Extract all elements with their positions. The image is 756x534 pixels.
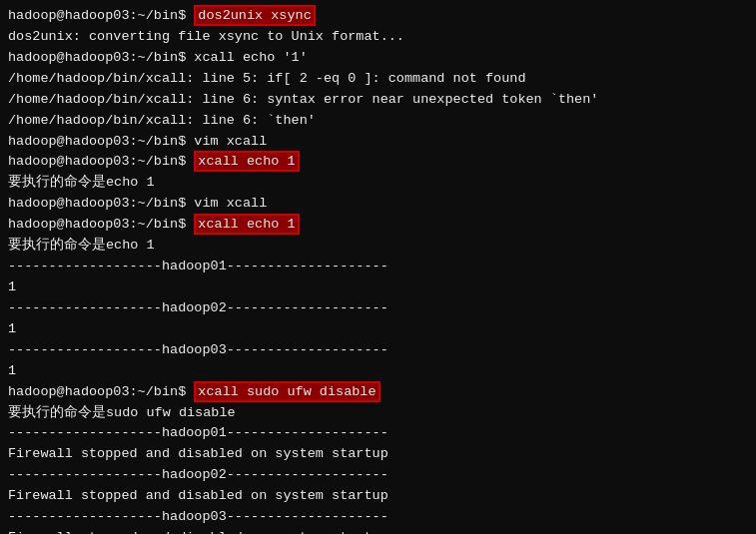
terminal-line: -------------------hadoop03-------------… xyxy=(8,507,748,528)
terminal-line: dos2unix: converting file xsync to Unix … xyxy=(8,27,748,48)
terminal-window[interactable]: hadoop@hadoop03:~/bin$ dos2unix xsyncdos… xyxy=(0,0,756,534)
terminal-line: Firewall stopped and disabled on system … xyxy=(8,444,748,465)
terminal-line: -------------------hadoop02-------------… xyxy=(8,298,748,319)
terminal-line: /home/hadoop/bin/xcall: line 6: syntax e… xyxy=(8,90,748,111)
terminal-line: 1 xyxy=(8,319,748,340)
prompt-prefix: hadoop@hadoop03:~/bin$ xyxy=(8,384,194,399)
terminal-line: /home/hadoop/bin/xcall: line 5: if[ 2 -e… xyxy=(8,69,748,90)
terminal-line: hadoop@hadoop03:~/bin$ xcall echo 1 xyxy=(8,152,748,173)
terminal-line: /home/hadoop/bin/xcall: line 6: `then' xyxy=(8,111,748,132)
terminal-line: hadoop@hadoop03:~/bin$ xcall sudo ufw di… xyxy=(8,382,748,403)
prompt-prefix: hadoop@hadoop03:~/bin$ xyxy=(8,217,194,232)
terminal-line: Firewall stopped and disabled on system … xyxy=(8,528,748,534)
terminal-line: 要执行的命令是sudo ufw disable xyxy=(8,403,748,424)
prompt-prefix: hadoop@hadoop03:~/bin$ xyxy=(8,8,194,23)
terminal-line: hadoop@hadoop03:~/bin$ xcall echo 1 xyxy=(8,215,748,236)
command-highlight: xcall echo 1 xyxy=(194,151,299,172)
terminal-line: hadoop@hadoop03:~/bin$ vim xcall xyxy=(8,132,748,153)
terminal-line: -------------------hadoop02-------------… xyxy=(8,465,748,486)
command-highlight: dos2unix xsync xyxy=(194,5,315,26)
command-highlight: xcall sudo ufw disable xyxy=(194,381,379,402)
terminal-line: 要执行的命令是echo 1 xyxy=(8,236,748,257)
terminal-line: Firewall stopped and disabled on system … xyxy=(8,486,748,507)
terminal-line: 1 xyxy=(8,361,748,382)
command-highlight: xcall echo 1 xyxy=(194,214,299,235)
terminal-line: 1 xyxy=(8,277,748,298)
terminal-line: hadoop@hadoop03:~/bin$ vim xcall xyxy=(8,194,748,215)
terminal-line: -------------------hadoop01-------------… xyxy=(8,423,748,444)
terminal-line: -------------------hadoop03-------------… xyxy=(8,340,748,361)
prompt-prefix: hadoop@hadoop03:~/bin$ xyxy=(8,154,194,169)
terminal-line: hadoop@hadoop03:~/bin$ dos2unix xsync xyxy=(8,6,748,27)
terminal-line: hadoop@hadoop03:~/bin$ xcall echo '1' xyxy=(8,48,748,69)
terminal-line: -------------------hadoop01-------------… xyxy=(8,257,748,277)
terminal-line: 要执行的命令是echo 1 xyxy=(8,173,748,194)
